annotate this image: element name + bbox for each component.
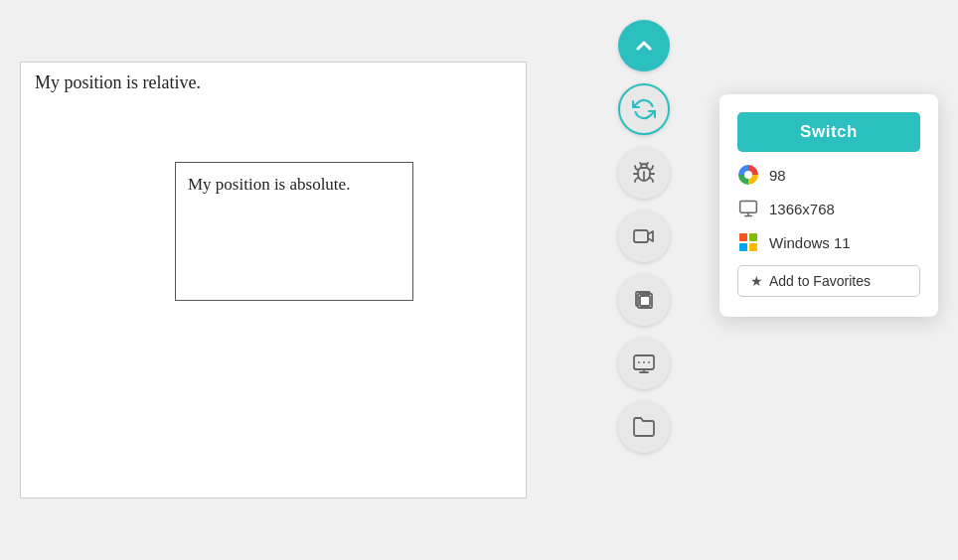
absolute-text: My position is absolute. (188, 173, 350, 197)
content-area: My position is relative. My position is … (20, 62, 527, 498)
chrome-icon (738, 165, 758, 185)
calibrate-icon (632, 351, 656, 375)
toolbar (618, 20, 670, 453)
resolution-info-row: 1366x768 (737, 198, 920, 219)
absolute-box: My position is absolute. (175, 162, 413, 301)
video-button[interactable] (618, 210, 670, 262)
layers-icon (632, 288, 656, 312)
chevron-up-icon (632, 34, 656, 58)
video-icon (632, 224, 656, 248)
favorites-label: Add to Favorites (769, 273, 871, 289)
popup-card: Switch 98 1366x768 Windows 11 ★ Add to F… (719, 94, 938, 317)
windows-icon (739, 233, 757, 251)
monitor-icon (738, 199, 758, 218)
add-to-favorites-button[interactable]: ★ Add to Favorites (737, 265, 920, 297)
star-icon: ★ (750, 273, 763, 289)
windows-icon-container (737, 231, 759, 253)
browser-version: 98 (769, 167, 786, 184)
bug-icon (632, 161, 656, 185)
os-text: Windows 11 (769, 234, 851, 251)
folder-icon (632, 415, 656, 439)
resolution-text: 1366x768 (769, 201, 835, 217)
monitor-icon-container (737, 198, 759, 219)
bug-button[interactable] (618, 147, 670, 199)
relative-text: My position is relative. (21, 63, 526, 103)
chrome-icon-container (737, 164, 759, 186)
layers-button[interactable] (618, 274, 670, 326)
folder-button[interactable] (618, 401, 670, 453)
refresh-arrows-icon (632, 97, 656, 121)
browser-info-row: 98 (737, 164, 920, 186)
switch-browser-button[interactable] (618, 83, 670, 135)
svg-rect-10 (740, 202, 757, 213)
scroll-up-button[interactable] (618, 20, 670, 71)
os-info-row: Windows 11 (737, 231, 920, 253)
svg-rect-0 (634, 230, 648, 242)
calibrate-button[interactable] (618, 338, 670, 389)
switch-button[interactable]: Switch (737, 112, 920, 152)
